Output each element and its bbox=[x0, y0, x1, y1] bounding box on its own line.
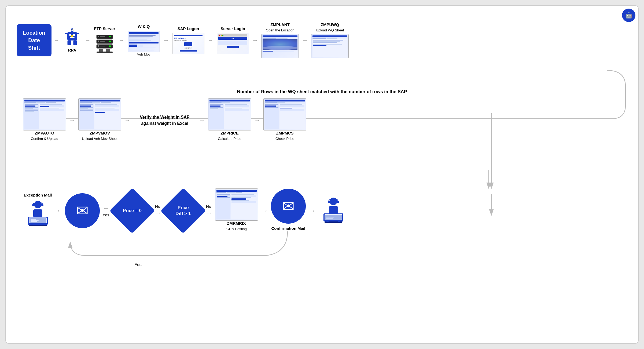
arrow6: → bbox=[252, 37, 258, 44]
zmplant-screen bbox=[261, 34, 299, 58]
arrow10: → bbox=[199, 117, 205, 124]
zmpmcs-title: ZMPMCS bbox=[276, 131, 293, 135]
start-box: Location Date Shift bbox=[17, 24, 51, 56]
zmprice-screen bbox=[208, 98, 251, 130]
exception-person-icon bbox=[23, 199, 53, 229]
arrow-left-spacer: ← bbox=[56, 206, 64, 215]
zmpuwq-item: ZMPUWQ Upload WQ Sheet bbox=[311, 22, 349, 58]
svg-rect-14 bbox=[100, 36, 105, 37]
pricediff-diamond-container: Price Diff > 1 bbox=[163, 191, 203, 231]
svg-point-15 bbox=[109, 36, 111, 37]
svg-point-23 bbox=[109, 45, 111, 47]
arrow5: → bbox=[208, 37, 214, 44]
zmrmrd-screen bbox=[215, 188, 258, 221]
server-login-screen: SAP bbox=[217, 33, 249, 54]
arrow9: → bbox=[124, 117, 130, 124]
no1-label: No bbox=[155, 204, 160, 209]
zmpvmov-label: ZMPVMOV Upload Veh Mov Sheet bbox=[82, 130, 118, 141]
arrow13: → bbox=[308, 206, 316, 215]
svg-point-19 bbox=[109, 41, 111, 42]
row3-container: Exception Mail bbox=[17, 188, 627, 233]
row1: Location Date Shift → RPA bbox=[17, 22, 627, 58]
svg-rect-21 bbox=[98, 45, 99, 47]
zmpmcs-sublabel: Check Price bbox=[275, 137, 294, 141]
zmrmrd-item: ZMRMRD: GRN Posting bbox=[215, 188, 258, 233]
svg-rect-9 bbox=[68, 40, 71, 45]
svg-rect-17 bbox=[98, 41, 99, 42]
exception-mail-icon: ✉ bbox=[65, 193, 100, 228]
exception-label: Exception Mail bbox=[24, 192, 52, 198]
zmrmrd-label: ZMRMRD: GRN Posting bbox=[226, 221, 247, 231]
rpa-label: RPA bbox=[68, 48, 76, 53]
svg-rect-18 bbox=[100, 41, 105, 42]
zmplant-title: ZMPLANT bbox=[270, 22, 290, 27]
arrow4: → bbox=[163, 37, 169, 44]
svg-rect-39 bbox=[31, 219, 36, 220]
svg-rect-8 bbox=[77, 33, 79, 34]
zmplant-sublabel: Open the Location bbox=[266, 28, 294, 32]
arrow1: → bbox=[54, 37, 60, 44]
zmpauto-title: ZMPAUTO bbox=[35, 131, 54, 135]
svg-rect-41 bbox=[31, 221, 37, 222]
svg-rect-53 bbox=[326, 217, 334, 217]
svg-rect-47 bbox=[329, 206, 338, 214]
svg-point-46 bbox=[337, 201, 339, 203]
sap-screen: SAP NetWeaver SAP GUI for Windows SERVER… bbox=[172, 33, 204, 54]
arrow2: → bbox=[85, 37, 91, 44]
confirmation-person-icon bbox=[319, 196, 348, 226]
row3: Exception Mail bbox=[17, 188, 627, 233]
zmpuwq-label: ZMPUWQ Upload WQ Sheet bbox=[316, 22, 344, 32]
wq-label: W & Q bbox=[138, 24, 150, 29]
no2-label: No bbox=[206, 204, 211, 209]
start-line3: Shift bbox=[28, 45, 40, 51]
verify-label: Verify the Weight in SAP against weight … bbox=[138, 114, 192, 126]
zmprice-item: ZMPRICE Calculate Price bbox=[208, 98, 251, 143]
main-container: 🤖 Location Date Shift → bbox=[5, 5, 639, 344]
zmrmrd-sublabel: GRN Posting bbox=[226, 227, 247, 231]
no1-arrow: No → bbox=[154, 204, 161, 217]
svg-point-32 bbox=[32, 204, 34, 206]
start-line2: Date bbox=[28, 37, 40, 43]
svg-rect-56 bbox=[338, 220, 341, 222]
zmpauto-label: ZMPAUTO Confirm & Upload bbox=[31, 130, 58, 141]
zmpvmov-sublabel: Upload Veh Mov Sheet bbox=[82, 137, 118, 141]
svg-rect-13 bbox=[98, 36, 99, 37]
sap-item: SAP Logon SAP NetWeaver SAP GUI for Wind… bbox=[172, 26, 204, 54]
arrow7: → bbox=[302, 37, 308, 44]
ftp-label: FTP Server bbox=[94, 26, 115, 31]
zmpmcs-screen bbox=[263, 98, 306, 130]
zmprice-sublabel: Calculate Price bbox=[218, 137, 241, 141]
row2-container: Number of Rows in the WQ sheet matched w… bbox=[17, 89, 627, 143]
zmpmcs-label: ZMPMCS Check Price bbox=[275, 130, 294, 141]
start-line1: Location bbox=[23, 30, 45, 36]
svg-rect-40 bbox=[31, 220, 39, 221]
svg-rect-10 bbox=[73, 40, 77, 45]
zmpauto-screen bbox=[23, 98, 66, 130]
rpa-item: RPA bbox=[63, 26, 82, 54]
price0-label: Price = 0 bbox=[123, 208, 142, 214]
arrow3: → bbox=[119, 37, 124, 44]
server-login-item: Server Login SAP bbox=[217, 26, 249, 54]
no2-arrow: No → bbox=[205, 204, 212, 217]
server-login-label: Server Login bbox=[220, 26, 245, 31]
zmpauto-sublabel: Confirm & Upload bbox=[31, 137, 58, 141]
yes1-arrow: ← Yes bbox=[101, 204, 111, 217]
svg-rect-1 bbox=[69, 34, 71, 36]
zmpvmov-title: ZMPVMOV bbox=[90, 131, 110, 135]
zmrmrd-title: ZMRMRD: bbox=[227, 221, 246, 226]
zmpmcs-item: ZMPMCS Check Price bbox=[263, 98, 306, 143]
svg-rect-22 bbox=[100, 46, 105, 46]
svg-point-45 bbox=[328, 201, 330, 203]
zmpvmov-item: ZMPVMOV Upload Veh Mov Sheet bbox=[78, 98, 121, 143]
row2-info-text: Number of Rows in the WQ sheet matched w… bbox=[17, 89, 627, 94]
zmplant-item: ZMPLANT Open the Location bbox=[261, 22, 299, 58]
zmpvmov-screen bbox=[78, 98, 121, 130]
svg-point-6 bbox=[72, 29, 73, 30]
confirmation-person-item bbox=[319, 196, 348, 226]
server-icon bbox=[94, 33, 115, 54]
zmpuwq-screen bbox=[311, 34, 349, 58]
svg-rect-52 bbox=[326, 216, 332, 216]
yes2-label: Yes bbox=[135, 262, 142, 267]
wq-sublabel: Veh Mov bbox=[137, 52, 151, 56]
svg-point-33 bbox=[41, 204, 43, 206]
